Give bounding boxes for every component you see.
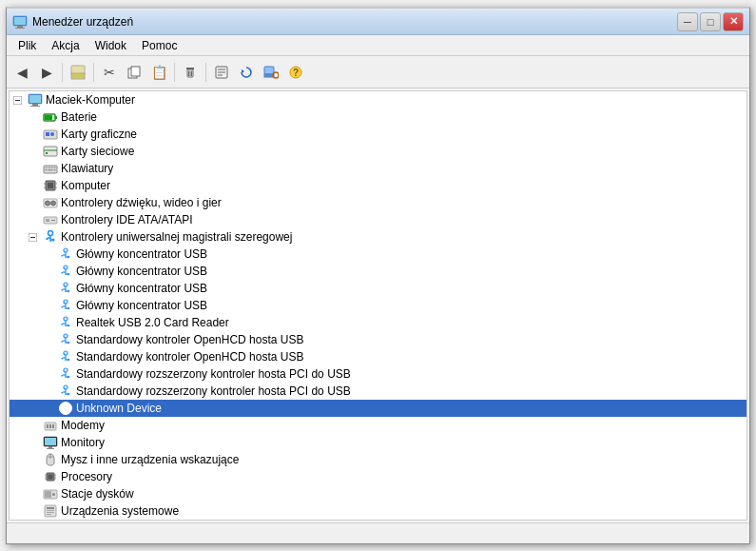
svg-point-55 <box>51 201 56 206</box>
computer-icon <box>28 92 43 108</box>
list-item[interactable]: Komputer <box>10 177 746 194</box>
list-item[interactable]: Klawiatury <box>10 160 746 177</box>
item-label: Maciek-Komputer <box>46 93 135 107</box>
refresh-button[interactable] <box>235 61 258 84</box>
menu-file[interactable]: Plik <box>10 37 44 54</box>
copy-button[interactable] <box>123 61 145 84</box>
list-item[interactable]: Procesory <box>10 468 746 485</box>
back-button[interactable]: ◀ <box>10 61 33 84</box>
svg-point-96 <box>68 325 69 326</box>
list-item[interactable]: Standardowy rozszerzony kontroler hosta … <box>10 365 746 383</box>
svg-point-78 <box>68 273 69 275</box>
cut-button[interactable]: ✂ <box>98 61 121 84</box>
svg-rect-64 <box>47 238 48 240</box>
svg-rect-142 <box>45 491 51 498</box>
svg-rect-130 <box>47 448 54 449</box>
menubar: Plik Akcja Widok Pomoc <box>7 35 749 56</box>
svg-rect-34 <box>46 132 49 136</box>
list-item[interactable]: Maciek-Komputer <box>10 91 746 108</box>
svg-rect-36 <box>44 147 57 156</box>
svg-point-35 <box>50 132 54 136</box>
list-item[interactable]: Monitory <box>10 434 746 451</box>
paste-button[interactable]: 📋 <box>147 61 170 84</box>
list-item[interactable]: Kontrolery uniwersalnej magistrali szere… <box>10 228 746 246</box>
list-item[interactable]: Modemy <box>10 417 746 434</box>
separator-3 <box>174 63 175 82</box>
svg-rect-88 <box>62 306 64 308</box>
list-item[interactable]: Stacje dysków <box>10 485 746 502</box>
svg-point-91 <box>64 317 68 321</box>
help-button[interactable]: ? <box>284 61 307 84</box>
close-button[interactable]: ✕ <box>723 12 744 31</box>
delete-button[interactable] <box>179 61 202 84</box>
maximize-button[interactable]: □ <box>700 12 721 31</box>
disk-icon <box>43 486 58 502</box>
item-label: Standardowy kontroler OpenHCD hosta USB <box>76 350 303 364</box>
list-item[interactable]: ?Unknown Device <box>10 400 746 417</box>
svg-rect-31 <box>55 116 57 119</box>
svg-rect-18 <box>264 67 274 74</box>
menu-view[interactable]: Widok <box>87 37 134 54</box>
item-label: Standardowy rozszerzony kontroler hosta … <box>76 384 351 398</box>
list-item[interactable]: Karty sieciowe <box>10 143 746 160</box>
item-label: Stacje dysków <box>61 487 134 501</box>
window-controls: ─ □ ✕ <box>677 12 744 31</box>
battery-icon <box>43 109 58 125</box>
menu-action[interactable]: Akcja <box>44 37 87 54</box>
list-item[interactable]: Główny koncentrator USB <box>10 263 746 280</box>
collapse-icon[interactable] <box>10 92 25 108</box>
item-label: Urządzenia systemowe <box>61 504 179 518</box>
svg-point-97 <box>64 334 68 338</box>
collapse-icon[interactable] <box>25 229 40 245</box>
item-label: Mysz i inne urządzenia wskazujące <box>61 453 239 466</box>
svg-rect-29 <box>30 106 40 107</box>
svg-point-61 <box>48 231 53 236</box>
list-item[interactable]: Karty graficzne <box>10 126 746 143</box>
separator-1 <box>62 63 63 82</box>
item-label: Główny koncentrator USB <box>76 282 207 295</box>
list-item[interactable]: Standardowy kontroler OpenHCD hosta USB <box>10 331 746 348</box>
svg-rect-82 <box>62 289 64 291</box>
system-icon <box>43 503 58 519</box>
svg-marker-17 <box>242 69 244 73</box>
monitor-icon <box>43 435 58 450</box>
list-item[interactable]: Standardowy kontroler OpenHCD hosta USB <box>10 348 746 365</box>
item-label: Monitory <box>61 436 105 449</box>
toolbar: ◀ ▶ ✂ 📋 ? <box>7 56 749 89</box>
item-label: Modemy <box>61 419 105 432</box>
list-item[interactable]: Standardowy rozszerzony kontroler hosta … <box>10 383 746 400</box>
svg-point-109 <box>64 368 68 372</box>
device-tree[interactable]: Maciek-KomputerBaterieKarty graficzneKar… <box>9 90 747 521</box>
svg-rect-70 <box>62 255 64 257</box>
up-button[interactable] <box>67 61 89 84</box>
unknown-icon: ? <box>58 401 73 416</box>
item-label: Realtek USB 2.0 Card Reader <box>76 316 229 329</box>
list-item[interactable]: Baterie <box>10 108 746 126</box>
list-item[interactable]: Główny koncentrator USB <box>10 297 746 314</box>
list-item[interactable]: Realtek USB 2.0 Card Reader <box>10 314 746 331</box>
list-item[interactable]: Kontrolery IDE ATA/ATAPI <box>10 211 746 228</box>
list-item[interactable]: Urządzenia systemowe <box>10 502 746 520</box>
scan-button[interactable] <box>260 61 282 84</box>
svg-rect-129 <box>48 446 52 448</box>
list-item[interactable]: Mysz i inne urządzenia wskazujące <box>10 451 746 468</box>
minimize-button[interactable]: ─ <box>677 12 698 31</box>
list-item[interactable]: Główny koncentrator USB <box>10 246 746 263</box>
properties-button[interactable] <box>210 61 233 84</box>
list-item[interactable]: Kontrolery dźwięku, wideo i gier <box>10 194 746 211</box>
forward-button[interactable]: ▶ <box>35 61 58 84</box>
svg-rect-126 <box>52 424 54 428</box>
svg-rect-112 <box>62 375 64 377</box>
svg-rect-42 <box>51 167 53 169</box>
main-content: Maciek-KomputerBaterieKarty graficzneKar… <box>7 89 749 522</box>
titlebar: Menedżer urządzeń ─ □ ✕ <box>7 9 749 35</box>
svg-rect-128 <box>45 438 56 445</box>
statusbar <box>7 522 749 543</box>
usb-hub-icon <box>58 298 73 313</box>
svg-rect-32 <box>45 115 52 120</box>
list-item[interactable]: Główny koncentrator USB <box>10 280 746 297</box>
menu-help[interactable]: Pomoc <box>134 37 184 54</box>
separator-2 <box>93 63 94 82</box>
svg-point-54 <box>46 201 50 206</box>
item-label: Kontrolery uniwersalnej magistrali szere… <box>61 230 292 244</box>
